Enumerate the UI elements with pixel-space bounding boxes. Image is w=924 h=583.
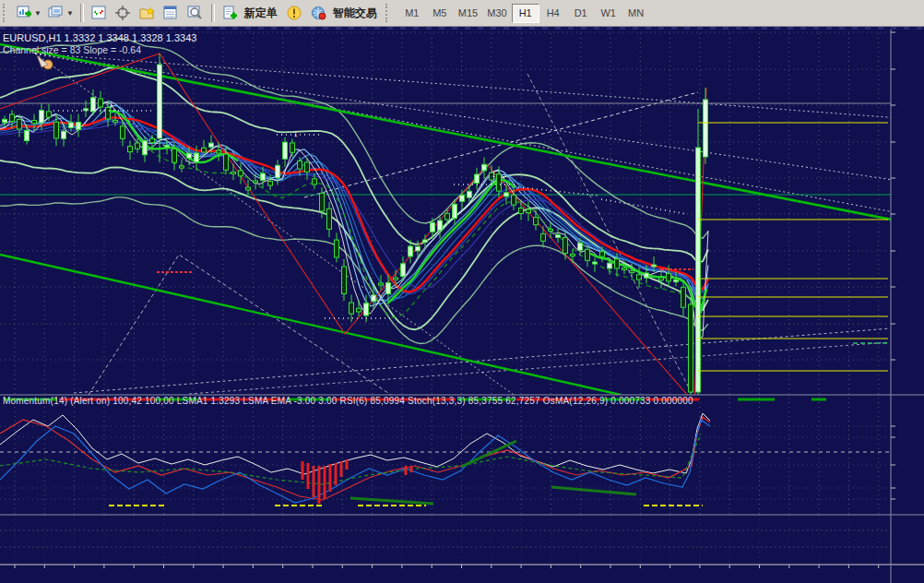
data-window-button[interactable] — [160, 3, 183, 23]
profiles-icon — [48, 6, 64, 20]
expert-advisor-button[interactable] — [308, 3, 330, 23]
alert-button[interactable] — [284, 3, 306, 23]
timeframe-d1[interactable]: D1 — [567, 4, 595, 23]
new-order-label[interactable]: 新定单 — [244, 6, 278, 21]
crosshair-icon — [115, 6, 131, 20]
timeframe-m15[interactable]: M15 — [454, 4, 482, 23]
timeframe-m5[interactable]: M5 — [426, 4, 454, 23]
new-order-icon — [222, 6, 239, 20]
favorites-button[interactable] — [136, 3, 159, 23]
symbols-icon — [91, 6, 107, 20]
toolbar-grip[interactable] — [3, 4, 9, 22]
new-order-button[interactable] — [219, 3, 242, 23]
svg-text:↓: ↓ — [293, 127, 299, 138]
svg-text:↓: ↓ — [109, 98, 114, 109]
expert-advisor-label[interactable]: 智能交易 — [333, 6, 377, 21]
new-chart-button[interactable] — [13, 3, 35, 23]
toolbar-grip[interactable] — [385, 4, 392, 22]
profiles-button[interactable] — [45, 3, 67, 23]
mt4-window: ▼ ▼ 新定单 智能交易 M1M5M15M — [0, 0, 924, 583]
new-chart-dropdown[interactable]: ▼ — [34, 9, 41, 18]
magnifier-icon — [187, 6, 203, 20]
expert-advisor-icon — [311, 6, 327, 20]
channel-info: Channel size = 83 Slope = -0.64 — [3, 44, 141, 55]
alert-icon — [287, 6, 302, 20]
symbol-info: EURUSD,H1 1.3332 1.3348 1.3328 1.3343 — [3, 32, 196, 43]
data-window-icon — [163, 6, 179, 20]
symbols-button[interactable] — [89, 3, 111, 23]
profiles-dropdown[interactable]: ▼ — [66, 9, 74, 18]
favorites-icon — [139, 6, 156, 20]
timeframe-h4[interactable]: H4 — [539, 4, 567, 23]
timeframe-h1[interactable]: H1 — [512, 4, 539, 23]
chart-canvas[interactable]: ↓↓↓ — [0, 0, 924, 583]
timeframe-m30[interactable]: M30 — [482, 4, 511, 23]
indicator-label: Momentum(14) (Alert on) 100,42 100,00 LS… — [3, 396, 693, 406]
toolbar-separator — [211, 4, 215, 22]
svg-text:↓: ↓ — [492, 168, 497, 179]
toolbar: ▼ ▼ 新定单 智能交易 M1M5M15M — [0, 0, 924, 27]
new-chart-icon — [17, 6, 32, 20]
find-symbol-button[interactable] — [184, 3, 207, 23]
crosshair-button[interactable] — [113, 3, 135, 23]
toolbar-separator — [80, 4, 84, 22]
timeframe-mn[interactable]: MN — [622, 4, 650, 23]
timeframe-bar: M1M5M15M30H1H4D1W1MN — [398, 4, 650, 23]
timeframe-m1[interactable]: M1 — [398, 4, 426, 23]
timeframe-w1[interactable]: W1 — [595, 4, 622, 23]
